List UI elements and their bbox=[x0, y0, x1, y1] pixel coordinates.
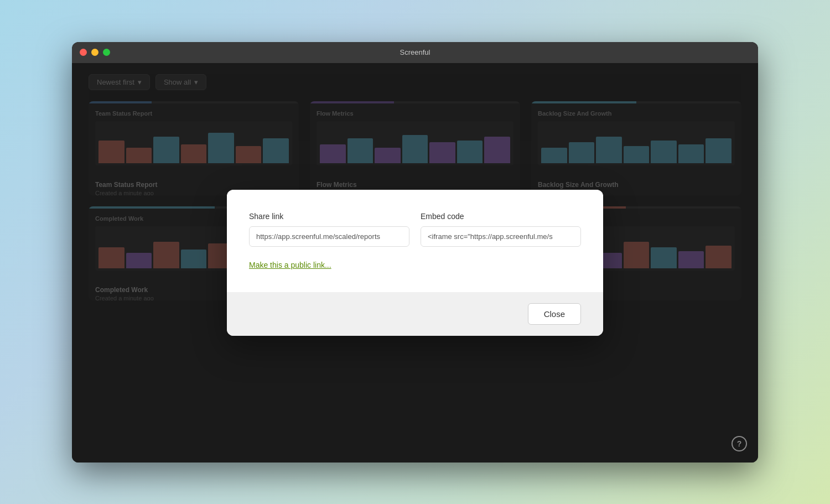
share-link-label: Share link bbox=[249, 212, 409, 221]
close-button[interactable]: Close bbox=[528, 303, 581, 325]
share-link-group: Share link bbox=[249, 212, 409, 247]
share-modal: Share link Embed code Make this a public… bbox=[227, 190, 603, 336]
modal-backdrop: Share link Embed code Make this a public… bbox=[72, 63, 758, 463]
close-button[interactable] bbox=[80, 49, 87, 56]
share-link-input[interactable] bbox=[249, 226, 409, 247]
embed-code-label: Embed code bbox=[421, 212, 581, 221]
traffic-lights bbox=[80, 49, 110, 56]
maximize-button[interactable] bbox=[103, 49, 110, 56]
help-button[interactable]: ? bbox=[732, 436, 747, 451]
window-content: Newest first ▾ Show all ▾ Team Status Re… bbox=[72, 63, 758, 463]
mac-window: Screenful Newest first ▾ Show all ▾ bbox=[72, 42, 758, 463]
public-link-button[interactable]: Make this a public link... bbox=[249, 261, 331, 269]
question-mark-icon: ? bbox=[737, 439, 742, 448]
modal-fields: Share link Embed code bbox=[249, 212, 581, 247]
modal-footer: Close bbox=[227, 292, 603, 336]
title-bar: Screenful bbox=[72, 42, 758, 63]
embed-code-group: Embed code bbox=[421, 212, 581, 247]
embed-code-input[interactable] bbox=[421, 226, 581, 247]
modal-body: Share link Embed code Make this a public… bbox=[227, 190, 603, 292]
minimize-button[interactable] bbox=[91, 49, 98, 56]
window-title: Screenful bbox=[400, 48, 430, 56]
